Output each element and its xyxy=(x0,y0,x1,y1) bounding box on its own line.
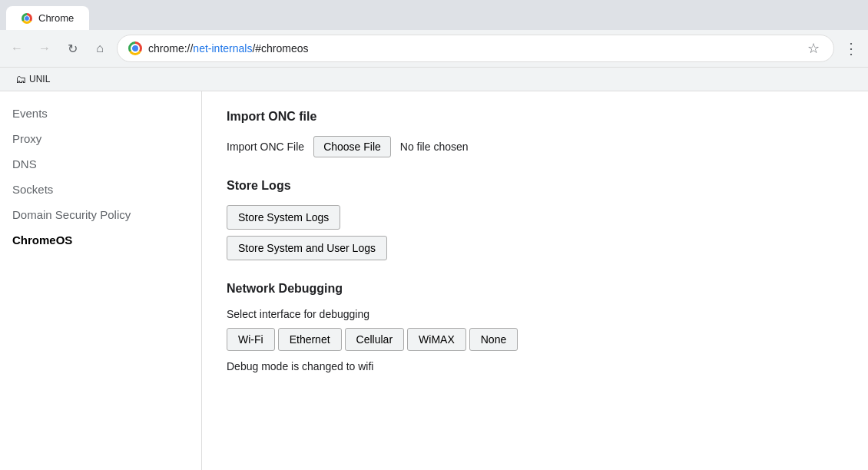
sidebar: Events Proxy DNS Sockets Domain Security… xyxy=(0,91,202,470)
import-onc-title: Import ONC file xyxy=(227,110,843,124)
import-onc-row: Import ONC File Choose File No file chos… xyxy=(227,136,843,157)
store-logs-section: Store Logs Store System Logs Store Syste… xyxy=(227,179,843,260)
sidebar-item-events[interactable]: Events xyxy=(0,101,201,126)
sidebar-item-domain-security-policy[interactable]: Domain Security Policy xyxy=(0,202,201,227)
bookmark-label: UNIL xyxy=(29,74,50,84)
wimax-button[interactable]: WiMAX xyxy=(407,328,466,351)
address-text: chrome://net-internals/#chromeos xyxy=(148,42,798,55)
back-button[interactable]: ← xyxy=(6,38,28,59)
tab-label: Chrome xyxy=(38,12,74,24)
debug-interface-buttons: Wi-Fi Ethernet Cellular WiMAX None xyxy=(227,328,843,351)
bookmark-bar: 🗂 UNIL xyxy=(0,68,868,91)
browser-menu-icon[interactable]: ⋮ xyxy=(840,36,862,61)
reload-button[interactable]: ↻ xyxy=(61,38,83,59)
address-bar[interactable]: chrome://net-internals/#chromeos ☆ xyxy=(117,35,834,62)
cellular-button[interactable]: Cellular xyxy=(345,328,404,351)
ethernet-button[interactable]: Ethernet xyxy=(278,328,342,351)
chrome-favicon-icon xyxy=(128,41,142,55)
import-onc-section: Import ONC file Import ONC File Choose F… xyxy=(227,110,843,157)
store-system-logs-button[interactable]: Store System Logs xyxy=(227,205,340,230)
sidebar-item-chromeos[interactable]: ChromeOS xyxy=(0,227,201,253)
sidebar-item-sockets[interactable]: Sockets xyxy=(0,177,201,202)
active-tab[interactable]: Chrome xyxy=(6,6,89,30)
import-onc-label: Import ONC File xyxy=(227,141,304,153)
store-system-user-logs-button[interactable]: Store System and User Logs xyxy=(227,236,387,260)
network-debugging-section: Network Debugging Select interface for d… xyxy=(227,282,843,372)
wifi-button[interactable]: Wi-Fi xyxy=(227,328,275,351)
choose-file-button[interactable]: Choose File xyxy=(313,136,391,157)
home-button[interactable]: ⌂ xyxy=(89,38,111,59)
address-bold: net-internals xyxy=(193,42,252,55)
folder-icon: 🗂 xyxy=(15,73,26,85)
sidebar-item-dns[interactable]: DNS xyxy=(0,151,201,177)
sidebar-item-proxy[interactable]: Proxy xyxy=(0,126,201,151)
tab-favicon xyxy=(22,13,32,24)
bookmark-unil[interactable]: 🗂 UNIL xyxy=(9,71,56,88)
none-button[interactable]: None xyxy=(469,328,518,351)
select-interface-label: Select interface for debugging xyxy=(227,308,843,320)
no-file-text: No file chosen xyxy=(400,141,469,153)
network-debugging-title: Network Debugging xyxy=(227,282,843,296)
bookmark-star-icon[interactable]: ☆ xyxy=(804,37,823,60)
forward-button[interactable]: → xyxy=(34,38,55,59)
store-logs-title: Store Logs xyxy=(227,179,843,193)
debug-status-text: Debug mode is changed to wifi xyxy=(227,360,843,372)
content-area: Import ONC file Import ONC File Choose F… xyxy=(202,91,868,470)
